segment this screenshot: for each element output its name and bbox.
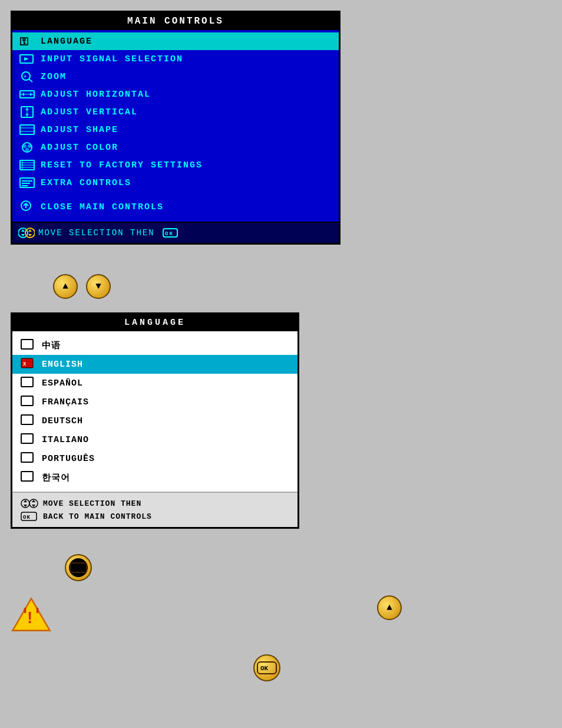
ok-icon: OK [162,227,178,239]
menu-item-input-signal[interactable]: INPUT SIGNAL SELECTION [12,50,339,68]
svg-point-19 [28,144,31,148]
svg-rect-14 [20,125,34,134]
lang-item-deutsch[interactable]: DEUTSCH [12,411,297,430]
close-label: CLOSE MAIN CONTROLS [41,202,164,212]
warning-area: ! [11,595,52,637]
lang-back-label: BACK TO MAIN CONTROLS [43,512,152,521]
down-arrow-icon: ▼ [95,281,101,292]
menu-label-color: ADJUST COLOR [41,143,118,153]
input-icon [18,53,36,65]
menu-label-extra: EXTRA CONTROLS [41,178,131,188]
svg-rect-48 [21,434,33,443]
lang-item-italiano[interactable]: ITALIANO [12,430,297,449]
lang-label-italiano: ITALIANO [42,435,89,445]
lang-bottom-line2: OK BACK TO MAIN CONTROLS [21,510,289,523]
bottom-bar-text: MOVE SELECTION THEN [38,228,155,238]
lang-item-portugues[interactable]: PORTUGUÊS [12,449,297,468]
lang-item-english[interactable]: X ENGLISH [12,355,297,374]
menu-item-adjust-shape[interactable]: ADJUST SHAPE [12,121,339,139]
language-bottom-bar: MOVE SELECTION THEN OK BACK TO MAIN CONT… [12,492,297,527]
main-controls-panel: MAIN CONTROLS ⚿ LANGUAGE INPUT SIGNAL SE… [11,11,340,245]
up-arrow-br-button[interactable]: ▲ [377,595,402,620]
lang-ok-back-icon: OK [21,511,37,522]
close-icon [18,200,36,215]
horizontal-icon [18,88,36,100]
up-arrow-br-icon: ▲ [386,602,392,613]
lang-move-selection-label: MOVE SELECTION THEN [43,499,141,508]
ok-button-icon: OK [68,557,89,578]
svg-marker-8 [22,93,24,96]
menu-label-language: LANGUAGE [41,37,92,47]
lang-item-chinese[interactable]: 中语 [12,336,297,355]
ok-btn-bottom-button[interactable]: OK [253,654,280,681]
svg-marker-53 [24,505,27,507]
svg-rect-46 [21,396,33,406]
main-menu-list: ⚿ LANGUAGE INPUT SIGNAL SELECTION + [12,30,339,222]
menu-item-language[interactable]: ⚿ LANGUAGE [12,32,339,50]
up-arrow-br-area: ▲ [377,595,402,620]
reset-icon [18,159,36,171]
language-panel: LANGUAGE 中语 X ENGLISH [11,312,299,529]
menu-label-vertical: ADJUST VERTICAL [41,107,138,117]
menu-item-adjust-vertical[interactable]: ADJUST VERTICAL [12,103,339,121]
lang-label-portugues: PORTUGUÊS [42,454,95,464]
ok-button[interactable]: OK [65,554,92,581]
menu-item-zoom[interactable]: + ZOOM [12,68,339,85]
svg-text:OK: OK [23,515,31,521]
francais-icon [21,396,36,409]
svg-rect-45 [21,377,33,387]
menu-label-reset: RESET TO FACTORY SETTINGS [41,160,203,170]
zoom-icon: + [18,71,36,83]
down-arrow-button[interactable]: ▼ [86,274,111,299]
deutsch-icon [21,414,36,427]
menu-item-adjust-color[interactable]: ADJUST COLOR [12,139,339,156]
ok-button-area: OK [65,554,92,581]
lang-item-francais[interactable]: FRANÇAIS [12,393,297,411]
svg-line-4 [29,79,32,82]
up-arrow-icon: ▲ [62,281,68,292]
svg-text:!: ! [27,608,32,627]
svg-point-20 [25,148,29,151]
svg-marker-35 [21,229,25,232]
lang-icon: ⚿ [18,35,36,47]
ok-btn-bottom-icon: OK [256,657,277,678]
language-list: 中语 X ENGLISH ESPAÑOL [12,331,297,492]
menu-item-adjust-horizontal[interactable]: ADJUST HORIZONTAL [12,85,339,103]
main-controls-bottom-bar: MOVE SELECTION THEN OK [12,222,339,243]
svg-text:OK: OK [72,565,81,572]
svg-marker-2 [24,57,29,61]
menu-item-reset-factory[interactable]: RESET TO FACTORY SETTINGS [12,156,339,174]
menu-label-zoom: ZOOM [41,72,67,82]
svg-rect-42 [21,340,33,349]
espanol-icon [21,377,36,390]
svg-marker-9 [30,93,32,96]
svg-text:X: X [23,361,27,367]
lang-label-francais: FRANÇAIS [42,397,89,407]
up-arrow-button[interactable]: ▲ [53,274,78,299]
lang-label-espanol: ESPAÑOL [42,378,83,388]
svg-marker-55 [32,500,35,502]
lang-item-korean[interactable]: 한국어 [12,468,297,487]
svg-point-18 [23,144,27,148]
svg-text:OK: OK [165,231,174,237]
svg-marker-13 [25,114,29,116]
lang-item-espanol[interactable]: ESPAÑOL [12,374,297,393]
menu-item-extra-controls[interactable]: EXTRA CONTROLS [12,174,339,192]
lang-label-chinese: 中语 [42,340,61,351]
chinese-icon [21,339,36,352]
svg-text:⚿: ⚿ [19,37,30,47]
ok-btn-bottom-area: OK [253,654,280,681]
portugues-icon [21,452,36,465]
svg-marker-56 [32,505,35,507]
italiano-icon [21,433,36,446]
close-main-controls[interactable]: CLOSE MAIN CONTROLS [12,195,339,219]
nav-arrows-area: ▲ ▼ [53,274,111,299]
extra-icon [18,177,36,189]
vertical-icon [18,106,36,118]
svg-marker-38 [28,229,32,232]
warning-triangle-icon: ! [11,595,52,634]
lang-label-english: ENGLISH [42,360,83,370]
svg-marker-52 [24,500,27,502]
color-icon [18,141,36,153]
svg-marker-36 [21,234,25,236]
